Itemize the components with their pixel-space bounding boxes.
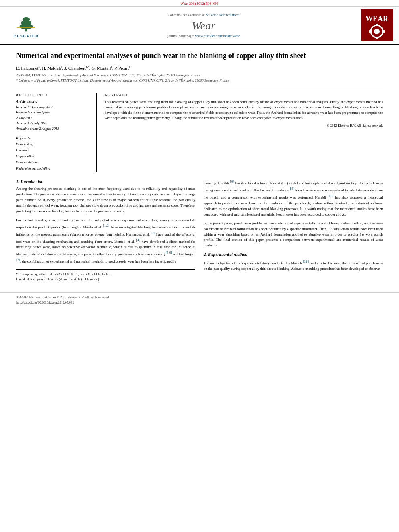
available-date: Available online 2 August 2012 (16, 126, 90, 132)
svg-rect-11 (376, 37, 378, 39)
article-dates: Received 7 February 2012 Received in rev… (16, 105, 90, 132)
svg-point-9 (374, 29, 380, 34)
homepage-link[interactable]: www.elsevier.com/locate/wear (195, 34, 240, 38)
accepted-date: Accepted 25 July 2012 (16, 121, 90, 126)
body-para-4: In the present paper, punch wear profile… (204, 221, 383, 249)
citation-text: Wear 296 (2012) 598–606 (181, 2, 219, 6)
citation-bar: Wear 296 (2012) 598–606 (0, 0, 399, 7)
author-picart: P. Picart (114, 66, 129, 70)
ref-1-2: [1,2] (103, 224, 109, 228)
journal-center: Contents lists available at SciVerse Sci… (48, 9, 359, 41)
keyword-item: Copper alloy (16, 153, 90, 159)
ref-9: [9] (290, 187, 294, 191)
body-col-right: blanking. Hambli [8] has developed a fin… (204, 179, 383, 282)
ref-10: [10] (328, 194, 333, 198)
keywords-label: Keywords: (16, 136, 90, 140)
authors-line: E. Falconneta, H. Makicha, J. Chambertb,… (16, 65, 383, 70)
keyword-item: Blanking (16, 147, 90, 153)
section1-heading: 1. Introduction (16, 179, 195, 184)
wear-logo-box: WEAR (359, 9, 395, 41)
body-two-col: 1. Introduction Among the shearing proce… (16, 179, 383, 282)
affiliations: ᵃ ENSMM, FEMTO-ST Institute, Department … (16, 73, 383, 83)
homepage-line: journal homepage: www.elsevier.com/locat… (167, 34, 240, 38)
ref-11: [11] (303, 259, 309, 263)
footnote-star-text: * Corresponding author. Tel.: +33 3 81 6… (16, 272, 195, 277)
svg-point-4 (23, 17, 30, 22)
svg-rect-13 (382, 30, 385, 33)
affiliation-b: ᵇ University of Franche-Comté, FEMTO-ST … (16, 78, 383, 83)
footer-issn: 0043-1648/$ – see front matter © 2012 El… (16, 295, 383, 300)
keyword-item: Wear testing (16, 141, 90, 147)
svg-rect-10 (376, 24, 378, 26)
body-para-3: blanking. Hambli [8] has developed a fin… (204, 179, 383, 218)
sciverse-link[interactable]: SciVerse ScienceDirect (206, 13, 239, 17)
sciverse-line: Contents lists available at SciVerse Sci… (168, 13, 240, 17)
ref-4: [4] (136, 238, 140, 242)
svg-rect-12 (369, 30, 372, 33)
author-falconnet: E. Falconnet (16, 66, 39, 70)
author-monteil: G. Monteil (91, 66, 111, 70)
article-info-label: ARTICLE INFO (16, 93, 90, 97)
wear-journal-icon: WEAR (361, 9, 393, 41)
ref-5-6: [5,6] (165, 251, 172, 255)
footnote-email: E-mail address: jerome.chambert@univ-fco… (16, 277, 195, 282)
footnote-email-address: jerome.chambert@univ-fcomte.fr (J. Chamb… (37, 277, 100, 281)
body-para-5: The main objective of the experimental s… (204, 259, 383, 272)
received-date: Received 7 February 2012 (16, 105, 90, 110)
abstract-panel: ABSTRACT This research on punch wear res… (105, 93, 383, 172)
elsevier-logo: ELSEVIER (4, 9, 48, 41)
ref-8: [8] (230, 179, 234, 183)
article-title: Numerical and experimental analyses of p… (16, 51, 383, 60)
footnote-area: * Corresponding author. Tel.: +33 3 81 6… (16, 269, 195, 282)
author-makich: H. Makich (42, 66, 61, 70)
ref-7: [7] (16, 258, 20, 262)
journal-name: Wear (192, 19, 215, 32)
elsevier-label: ELSEVIER (13, 33, 39, 38)
revised-label: Received in revised form (16, 110, 90, 115)
journal-header: ELSEVIER Contents lists available at Sci… (0, 7, 399, 45)
elsevier-tree-icon (12, 12, 40, 33)
footer-doi: http://dx.doi.org/10.1016/j.wear.2012.07… (16, 300, 383, 306)
footnote-email-label: E-mail address: (16, 277, 36, 281)
svg-text:WEAR: WEAR (366, 15, 389, 23)
article-history-label: Article history: (16, 99, 90, 103)
body-para-1: Among the shearing processes, blanking i… (16, 186, 195, 214)
body-content: 1. Introduction Among the shearing proce… (16, 179, 383, 282)
copyright: © 2012 Elsevier B.V. All rights reserved… (105, 123, 383, 127)
keyword-item: Wear modelling (16, 159, 90, 165)
keyword-item: Finite element modelling (16, 166, 90, 172)
affiliation-a: ᵃ ENSMM, FEMTO-ST Institute, Department … (16, 73, 383, 78)
revised-date: 2 July 2012 (16, 115, 90, 121)
main-content: Numerical and experimental analyses of p… (0, 45, 399, 288)
body-para-2: For the last decades, wear in blanking h… (16, 218, 195, 265)
abstract-text: This research on punch wear resulting fr… (105, 99, 383, 121)
section-divider (16, 89, 383, 89)
article-info-panel: ARTICLE INFO Article history: Received 7… (16, 93, 97, 172)
article-info-abstract: ARTICLE INFO Article history: Received 7… (16, 93, 383, 172)
keywords-section: Keywords: Wear testingBlankingCopper all… (16, 136, 90, 172)
author-chambert: J. Chambert (64, 66, 86, 70)
footer-bar: 0043-1648/$ – see front matter © 2012 El… (0, 292, 399, 308)
body-col-left: 1. Introduction Among the shearing proce… (16, 179, 195, 282)
section2-heading: 2. Experimental method (204, 252, 383, 257)
keywords-list: Wear testingBlankingCopper alloyWear mod… (16, 141, 90, 172)
abstract-label: ABSTRACT (105, 93, 383, 97)
ref-3: [3] (151, 231, 155, 235)
